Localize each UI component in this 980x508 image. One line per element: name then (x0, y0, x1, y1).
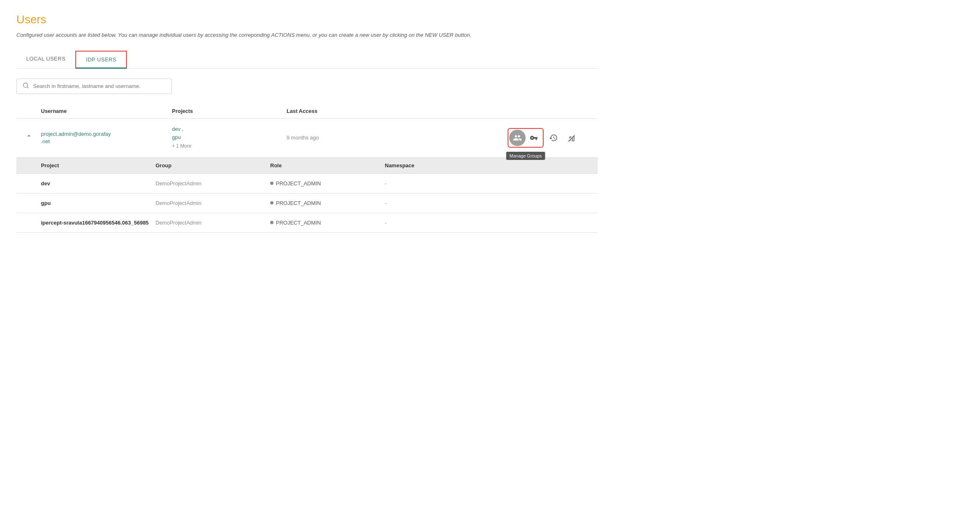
sub-col-group: Group (156, 162, 270, 169)
sub-row-namespace: - (385, 220, 573, 226)
projects-more: + 1 More (172, 143, 192, 149)
sub-row-role: PROJECT_ADMIN (270, 200, 385, 206)
sub-row-role: PROJECT_ADMIN (270, 220, 385, 226)
sub-table-header: Project Group Role Namespace (16, 157, 598, 173)
chevron-up-icon[interactable]: ⌃ (26, 134, 32, 142)
sub-row-namespace: - (385, 200, 573, 206)
sub-row-group: DemoProjectAdmin (156, 200, 270, 206)
project-line1: dev , (172, 126, 183, 132)
sub-row-project: ipercept-sravula1667940956546.063_56985 (41, 220, 156, 226)
sub-table-container: Project Group Role Namespace dev DemoPro… (16, 157, 598, 233)
search-input[interactable] (33, 83, 166, 89)
sub-table-row: gpu DemoProjectAdmin PROJECT_ADMIN - (16, 193, 598, 213)
col-actions (508, 108, 598, 114)
sub-row-group: DemoProjectAdmin (156, 180, 270, 187)
col-username: Username (41, 108, 172, 114)
sub-row-group: DemoProjectAdmin (156, 220, 270, 226)
role-dot-icon (270, 221, 273, 224)
tabs-container: LOCAL USERS IDP USERS (16, 51, 598, 69)
sub-col-role: Role (270, 162, 385, 169)
search-icon (23, 82, 29, 90)
col-expand (16, 108, 41, 114)
user-last-access: 9 months ago (287, 135, 508, 141)
user-projects: dev , gpu + 1 More (172, 125, 287, 151)
user-email: project.admin@demo.gorafay .net (41, 130, 172, 145)
expand-chevron-cell[interactable]: ⌃ (16, 134, 41, 142)
sub-row-project: dev (41, 180, 156, 187)
svg-line-1 (27, 87, 28, 88)
history-button[interactable] (545, 130, 562, 146)
email-line1: project.admin@demo.gorafay (41, 131, 111, 137)
manage-groups-button[interactable] (509, 130, 526, 146)
col-last-access: Last Access (287, 108, 508, 114)
role-dot-icon (270, 182, 273, 185)
user-actions: Manage Groups (508, 128, 598, 148)
table-row: ⌃ project.admin@demo.gorafay .net dev , … (16, 119, 598, 157)
col-projects: Projects (172, 108, 287, 114)
sub-table-row: ipercept-sravula1667940956546.063_56985 … (16, 213, 598, 232)
sub-table-row: dev DemoProjectAdmin PROJECT_ADMIN - (16, 173, 598, 193)
sub-row-project: gpu (41, 200, 156, 206)
disable-button[interactable] (563, 130, 580, 146)
sub-col-namespace: Namespace (385, 162, 573, 169)
sub-row-role: PROJECT_ADMIN (270, 180, 385, 187)
tab-local-users[interactable]: LOCAL USERS (16, 51, 75, 69)
role-dot-icon (270, 201, 273, 205)
tab-idp-users[interactable]: IDP USERS (75, 51, 127, 69)
table-header: Username Projects Last Access (16, 104, 598, 119)
page-description: Configured user accounts are listed belo… (16, 31, 598, 39)
sub-col-project: Project (41, 162, 156, 169)
page-title: Users (16, 13, 598, 26)
manage-groups-action-group: Manage Groups (508, 128, 544, 148)
search-container (16, 79, 598, 94)
search-box (16, 79, 172, 94)
sub-row-namespace: - (385, 180, 573, 187)
page-container: Users Configured user accounts are liste… (0, 0, 614, 246)
manage-groups-tooltip: Manage Groups (506, 152, 545, 160)
key-button[interactable] (526, 130, 542, 146)
project-line2: gpu (172, 134, 181, 140)
email-line2: .net (41, 138, 50, 144)
